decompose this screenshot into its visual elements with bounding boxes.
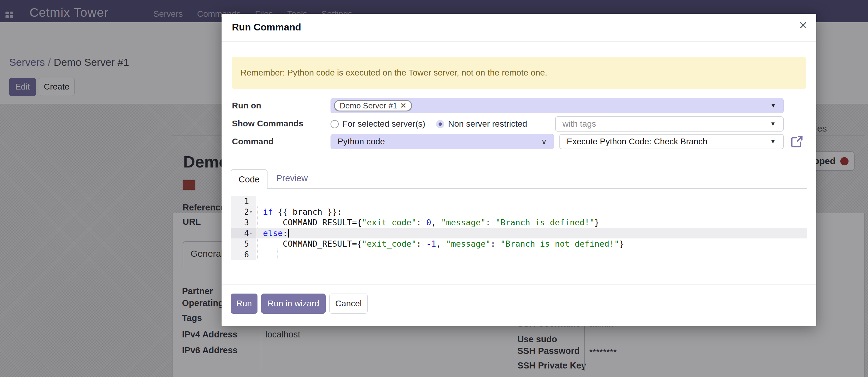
editor-line-6[interactable]: 6 xyxy=(231,249,807,260)
editor-line-4[interactable]: 4▾else: xyxy=(231,228,807,238)
warning-text: Remember: Python code is executed on the… xyxy=(241,68,547,78)
close-icon[interactable]: × xyxy=(799,18,807,32)
radio-label-non-restricted[interactable]: Non server restricted xyxy=(448,119,527,129)
tags-filter-select[interactable]: with tags ▼ xyxy=(555,116,784,132)
caret-down-icon[interactable]: ▼ xyxy=(770,102,776,109)
run-on-field[interactable]: Demo Server #1 ✕ ▼ xyxy=(331,98,784,113)
tabs-underline xyxy=(231,188,807,189)
modal-title: Run Command xyxy=(232,22,301,33)
tag-remove-icon[interactable]: ✕ xyxy=(400,102,406,110)
line-number: 6 xyxy=(231,249,256,260)
external-link-icon[interactable] xyxy=(790,135,804,148)
editor-line-5[interactable]: 5 COMMAND_RESULT={"exit_code": -1, "mess… xyxy=(231,238,807,249)
editor-line-2[interactable]: 2▾if {{ branch }}: xyxy=(231,206,807,217)
command-type-select[interactable]: Python code ∨ xyxy=(331,134,554,149)
line-number: 4▾ xyxy=(231,228,256,238)
code-line-content xyxy=(256,196,263,206)
text-cursor xyxy=(288,229,289,237)
tab-code[interactable]: Code xyxy=(231,169,268,189)
code-line-content xyxy=(256,249,263,260)
screen: Cetmix Tower Servers Commands Files Tool… xyxy=(0,0,868,377)
fold-arrow-icon[interactable]: ▾ xyxy=(250,209,254,215)
code-line-content: COMMAND_RESULT={"exit_code": 0, "message… xyxy=(256,217,599,228)
tab-preview[interactable]: Preview xyxy=(276,173,308,183)
modal-header: Run Command × xyxy=(222,14,816,42)
run-button[interactable]: Run xyxy=(231,294,257,314)
run-command-modal: Run Command × Remember: Python code is e… xyxy=(222,14,816,326)
cancel-button[interactable]: Cancel xyxy=(329,294,368,314)
command-select[interactable]: Execute Python Code: Check Branch ▼ xyxy=(559,134,784,149)
form-label-divider xyxy=(322,96,322,155)
line-number: 3 xyxy=(231,217,256,228)
code-editor[interactable]: 1 2▾if {{ branch }}:3 COMMAND_RESULT={"e… xyxy=(231,196,807,259)
line-number: 1 xyxy=(231,196,256,206)
radio-for-selected-servers[interactable] xyxy=(331,120,339,128)
run-in-wizard-button[interactable]: Run in wizard xyxy=(261,294,326,314)
show-commands-label: Show Commands xyxy=(232,119,304,128)
warning-banner: Remember: Python code is executed on the… xyxy=(232,57,806,89)
show-commands-options: For selected server(s) Non server restri… xyxy=(331,116,527,132)
caret-down-icon[interactable]: ▼ xyxy=(770,121,776,127)
run-on-label: Run on xyxy=(232,101,261,111)
command-label: Command xyxy=(232,137,274,146)
editor-line-1[interactable]: 1 xyxy=(231,196,807,206)
line-number: 5 xyxy=(231,238,256,249)
chevron-down-icon[interactable]: ∨ xyxy=(541,137,547,146)
caret-down-icon[interactable]: ▼ xyxy=(770,138,776,145)
code-line-content: else: xyxy=(256,228,289,238)
radio-label-selected-servers[interactable]: For selected server(s) xyxy=(342,119,425,129)
code-line-content: COMMAND_RESULT={"exit_code": -1, "messag… xyxy=(256,238,624,249)
fold-arrow-icon[interactable]: ▾ xyxy=(250,231,254,236)
tags-placeholder: with tags xyxy=(556,119,596,129)
radio-non-server-restricted[interactable] xyxy=(436,120,444,128)
line-number: 2▾ xyxy=(231,206,256,217)
editor-line-3[interactable]: 3 COMMAND_RESULT={"exit_code": 0, "messa… xyxy=(231,217,807,228)
code-line-content: if {{ branch }}: xyxy=(256,206,342,217)
footer-divider xyxy=(222,284,816,285)
server-tag[interactable]: Demo Server #1 ✕ xyxy=(334,100,412,112)
